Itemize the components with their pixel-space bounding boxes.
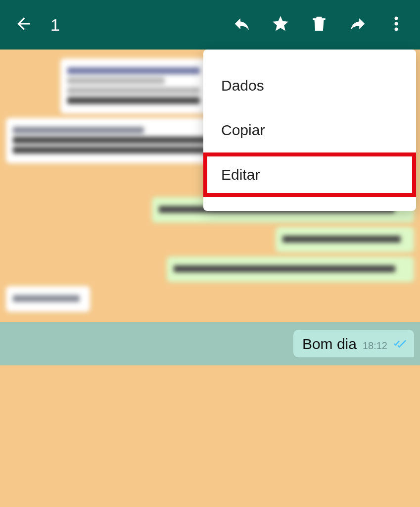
selected-count: 1 xyxy=(50,15,60,35)
arrow-left-icon xyxy=(14,14,33,35)
message-text: Bom dia xyxy=(302,336,357,353)
message-time: 18:12 xyxy=(363,340,387,352)
trash-icon xyxy=(310,14,328,35)
star-icon xyxy=(271,14,290,35)
svg-point-0 xyxy=(395,16,398,20)
context-menu: Dados Copiar Editar xyxy=(203,50,416,211)
delete-button[interactable] xyxy=(307,13,331,37)
message-obscured xyxy=(60,58,214,114)
menu-item-copiar[interactable]: Copiar xyxy=(203,108,416,152)
selected-message-row[interactable]: Bom dia 18:12 xyxy=(0,322,420,365)
menu-item-dados[interactable]: Dados xyxy=(203,63,416,108)
back-button[interactable] xyxy=(12,13,36,37)
selected-message-bubble[interactable]: Bom dia 18:12 xyxy=(293,330,414,357)
selection-toolbar: 1 xyxy=(0,0,420,50)
more-button[interactable] xyxy=(384,13,408,37)
message-obscured xyxy=(6,286,90,312)
read-ticks-icon xyxy=(393,336,407,353)
menu-item-editar[interactable]: Editar xyxy=(203,152,416,197)
more-vertical-icon xyxy=(387,14,406,35)
forward-icon xyxy=(348,14,367,35)
forward-button[interactable] xyxy=(346,13,370,37)
reply-button[interactable] xyxy=(230,13,254,37)
svg-point-2 xyxy=(395,28,398,31)
message-obscured xyxy=(167,256,414,282)
reply-icon xyxy=(233,14,251,35)
star-button[interactable] xyxy=(269,13,292,37)
message-obscured xyxy=(276,227,414,253)
svg-point-1 xyxy=(395,22,398,26)
